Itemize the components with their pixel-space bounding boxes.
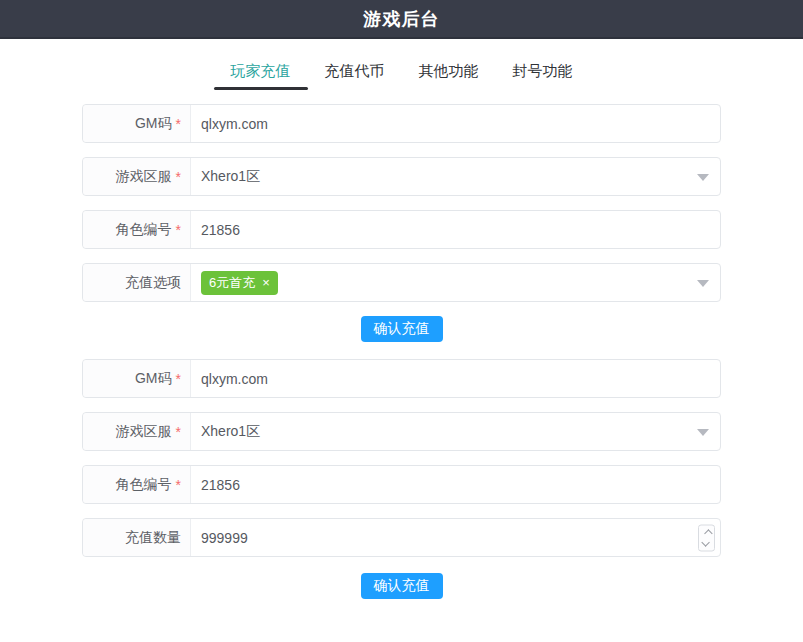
server-row: 游戏区服 * Xhero1区: [82, 412, 721, 451]
required-asterisk: *: [176, 477, 181, 493]
gm-code-row: GM码 * qlxym.com: [82, 104, 721, 143]
required-asterisk: *: [176, 424, 181, 440]
recharge-amount-row: 充值数量 999999: [82, 518, 721, 557]
server-select[interactable]: Xhero1区: [191, 158, 720, 195]
field-label: 充值数量: [83, 519, 191, 556]
gm-code-input[interactable]: qlxym.com: [191, 105, 720, 142]
field-label: 角色编号 *: [83, 211, 191, 248]
role-id-input[interactable]: 21856: [191, 466, 720, 503]
required-asterisk: *: [176, 116, 181, 132]
tab-label: 充值代币: [325, 62, 385, 79]
role-id-input[interactable]: 21856: [191, 211, 720, 248]
recharge-amount-input[interactable]: 999999: [191, 519, 720, 556]
token-recharge-form: GM码 * qlxym.com 游戏区服 * Xhero1区 角色编号 * 21…: [82, 359, 721, 599]
page-title: 游戏后台: [364, 7, 440, 31]
gm-code-row: GM码 * qlxym.com: [82, 359, 721, 398]
required-asterisk: *: [176, 222, 181, 238]
confirm-recharge-button[interactable]: 确认充值: [361, 573, 443, 599]
dropdown-caret-icon: [697, 280, 709, 293]
role-id-row: 角色编号 * 21856: [82, 465, 721, 504]
dropdown-caret-icon: [697, 174, 709, 187]
field-label-text: 角色编号: [116, 221, 172, 239]
tab-other-functions[interactable]: 其他功能: [402, 55, 496, 90]
role-id-row: 角色编号 * 21856: [82, 210, 721, 249]
select-value: Xhero1区: [201, 423, 260, 441]
field-label-text: 充值选项: [125, 274, 181, 292]
recharge-option-row: 充值选项 6元首充 ×: [82, 263, 721, 302]
dropdown-caret-icon: [697, 429, 709, 442]
required-asterisk: *: [176, 169, 181, 185]
recharge-option-select[interactable]: 6元首充 ×: [191, 264, 720, 301]
server-select[interactable]: Xhero1区: [191, 413, 720, 450]
required-asterisk: *: [176, 371, 181, 387]
field-label: 游戏区服 *: [83, 413, 191, 450]
field-label: GM码 *: [83, 360, 191, 397]
gm-code-input[interactable]: qlxym.com: [191, 360, 720, 397]
field-label-text: 游戏区服: [116, 423, 172, 441]
field-label: 充值选项: [83, 264, 191, 301]
app-header: 游戏后台: [0, 0, 803, 39]
tab-bar: 玩家充值 充值代币 其他功能 封号功能: [0, 55, 803, 90]
tab-recharge-token[interactable]: 充值代币: [308, 55, 402, 90]
tab-ban-functions[interactable]: 封号功能: [496, 55, 590, 90]
number-stepper[interactable]: [698, 524, 715, 551]
confirm-recharge-button[interactable]: 确认充值: [361, 316, 443, 342]
player-recharge-form: GM码 * qlxym.com 游戏区服 * Xhero1区 角色编号 * 21…: [82, 104, 721, 342]
input-value: 21856: [201, 222, 240, 238]
input-value: qlxym.com: [201, 371, 268, 387]
field-label: 角色编号 *: [83, 466, 191, 503]
stepper-up-icon[interactable]: [704, 529, 712, 537]
tab-label: 封号功能: [513, 62, 573, 79]
active-tab-underline: [214, 87, 308, 90]
tab-label: 其他功能: [419, 62, 479, 79]
input-value: 21856: [201, 477, 240, 493]
field-label: GM码 *: [83, 105, 191, 142]
field-label: 游戏区服 *: [83, 158, 191, 195]
select-value: Xhero1区: [201, 168, 260, 186]
tab-label: 玩家充值: [231, 62, 291, 79]
field-label-text: GM码: [135, 115, 172, 133]
tag-label: 6元首充: [209, 274, 255, 292]
field-label-text: GM码: [135, 370, 172, 388]
input-value: 999999: [201, 530, 248, 546]
field-label-text: 角色编号: [116, 476, 172, 494]
input-value: qlxym.com: [201, 116, 268, 132]
stepper-down-icon[interactable]: [701, 538, 709, 546]
field-label-text: 充值数量: [125, 529, 181, 547]
tab-player-recharge[interactable]: 玩家充值: [214, 55, 308, 90]
selected-option-tag: 6元首充 ×: [201, 271, 278, 295]
field-label-text: 游戏区服: [116, 168, 172, 186]
server-row: 游戏区服 * Xhero1区: [82, 157, 721, 196]
tag-close-icon[interactable]: ×: [262, 276, 270, 289]
